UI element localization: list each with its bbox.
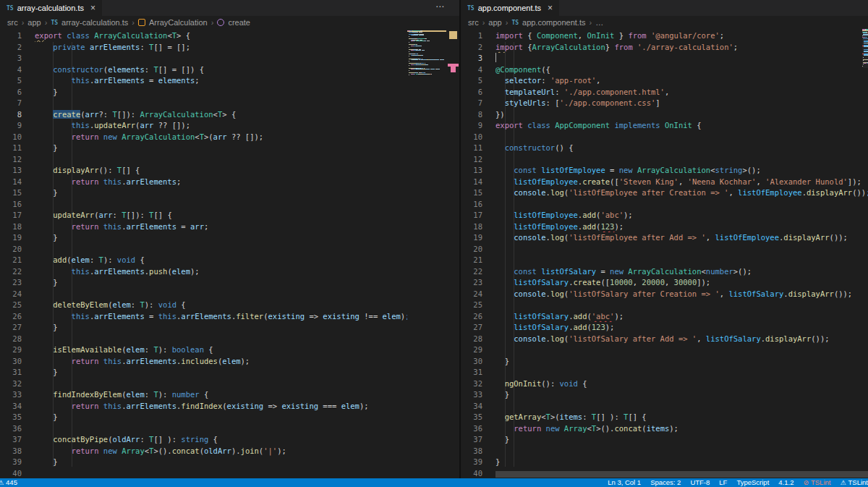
code-line[interactable]: }: [495, 389, 868, 401]
line-number[interactable]: 17: [461, 210, 482, 221]
breadcrumb-item[interactable]: array-calculation.ts: [61, 18, 128, 27]
code-line[interactable]: findIndexByElem(elem: T): number {: [35, 389, 407, 401]
line-number[interactable]: 40: [0, 468, 22, 479]
line-number[interactable]: 12: [0, 154, 22, 166]
line-number[interactable]: 6: [0, 87, 22, 98]
code-line[interactable]: console.log('listOfSalary after Creation…: [495, 289, 868, 300]
breadcrumb-item[interactable]: …: [595, 18, 603, 27]
code-line[interactable]: }: [35, 187, 407, 199]
code-line[interactable]: styleUrls: ['./app.component.css']: [495, 98, 868, 109]
line-number[interactable]: 14: [0, 177, 22, 188]
code-line[interactable]: [35, 334, 407, 345]
code-line[interactable]: [495, 154, 868, 166]
line-number[interactable]: 5: [461, 75, 482, 87]
line-number[interactable]: 13: [0, 165, 22, 177]
tslint-error-status[interactable]: ⊘TSLint: [803, 478, 830, 487]
line-number[interactable]: 31: [461, 367, 482, 378]
line-number[interactable]: 2: [461, 42, 482, 54]
code-line[interactable]: [35, 244, 407, 255]
line-number[interactable]: 38: [461, 446, 482, 457]
code-line[interactable]: this.arrElements.push(elem);: [35, 266, 407, 278]
line-number[interactable]: 19: [461, 232, 482, 244]
line-number[interactable]: 5: [0, 75, 22, 87]
code-line[interactable]: [35, 53, 407, 64]
encoding-status[interactable]: UTF-8: [690, 478, 710, 487]
code-line[interactable]: [35, 98, 407, 109]
code-editor[interactable]: export class ArrayCalculation<T> { priva…: [35, 30, 407, 478]
code-line[interactable]: const listOfSalary = new ArrayCalculatio…: [495, 266, 868, 278]
line-number[interactable]: 27: [461, 322, 482, 334]
line-number[interactable]: 18: [0, 221, 22, 233]
line-number[interactable]: 23: [461, 277, 482, 289]
line-number[interactable]: 8: [461, 109, 482, 121]
line-number[interactable]: 9: [0, 120, 22, 132]
line-number[interactable]: 40: [461, 468, 482, 479]
more-actions-icon[interactable]: ⋯: [435, 1, 445, 12]
code-line[interactable]: templateUrl: './app.component.html',: [495, 87, 868, 98]
code-line[interactable]: return this.arrElements.findIndex(existi…: [35, 401, 407, 412]
tab-array-calculation[interactable]: TS array-calculation.ts ×: [0, 0, 103, 16]
line-number[interactable]: 39: [0, 457, 22, 468]
tab-app-component[interactable]: TS app.component.ts ×: [461, 0, 560, 16]
code-line[interactable]: }: [35, 457, 407, 468]
code-line[interactable]: [495, 244, 868, 255]
line-number[interactable]: 32: [0, 378, 22, 390]
line-number[interactable]: 34: [0, 401, 22, 412]
line-number[interactable]: 7: [0, 98, 22, 109]
tslint-status[interactable]: ⚠TSLint: [840, 478, 868, 487]
line-number[interactable]: 19: [0, 232, 22, 244]
code-line[interactable]: }: [35, 143, 407, 154]
line-number[interactable]: 4: [0, 64, 22, 76]
line-number[interactable]: 16: [461, 199, 482, 211]
line-number[interactable]: 11: [0, 143, 22, 154]
problems-status[interactable]: ⚠445: [1, 478, 17, 487]
code-line[interactable]: this.arrElements = elements;: [35, 75, 407, 87]
code-line[interactable]: }: [35, 322, 407, 334]
code-line[interactable]: [495, 446, 868, 457]
line-number[interactable]: 37: [461, 434, 482, 446]
code-line[interactable]: [495, 255, 868, 266]
line-number[interactable]: 10: [0, 132, 22, 143]
breadcrumb-item[interactable]: app.component.ts: [522, 18, 585, 27]
code-line[interactable]: [495, 401, 868, 412]
line-number[interactable]: 26: [461, 311, 482, 323]
line-number[interactable]: 21: [461, 255, 482, 266]
code-line[interactable]: constructor() {: [495, 143, 868, 154]
code-line[interactable]: import { Component, OnInit } from '@angu…: [495, 30, 868, 42]
code-line[interactable]: [35, 423, 407, 435]
line-number[interactable]: 24: [0, 289, 22, 300]
line-number[interactable]: 37: [0, 434, 22, 446]
breadcrumb-item[interactable]: src: [468, 18, 479, 27]
code-editor[interactable]: import { Component, OnInit } from '@angu…: [495, 30, 868, 478]
language-mode-status[interactable]: TypeScript: [736, 478, 769, 487]
code-line[interactable]: export class ArrayCalculation<T> {: [35, 30, 407, 42]
code-line[interactable]: listOfSalary.add(123);: [495, 322, 868, 334]
code-line[interactable]: }: [35, 367, 407, 378]
line-number[interactable]: 28: [0, 334, 22, 345]
code-line[interactable]: listOfSalary.add('abc');: [495, 311, 868, 323]
code-line[interactable]: selector: 'app-root',: [495, 75, 868, 87]
code-line[interactable]: [35, 378, 407, 390]
line-number[interactable]: 15: [461, 187, 482, 199]
line-number[interactable]: 4: [461, 64, 482, 76]
code-line[interactable]: console.log('listOfEmployee after Add =>…: [495, 232, 868, 244]
code-line[interactable]: return this.arrElements = arr;: [35, 221, 407, 233]
code-line[interactable]: this.arrElements = this.arrElements.filt…: [35, 311, 407, 323]
line-number[interactable]: 9: [461, 120, 482, 132]
code-line[interactable]: [35, 154, 407, 166]
line-number[interactable]: 35: [461, 412, 482, 423]
line-number[interactable]: 14: [461, 177, 482, 188]
line-number[interactable]: 36: [0, 423, 22, 435]
line-number[interactable]: 1: [0, 30, 22, 42]
line-number[interactable]: 29: [461, 344, 482, 356]
line-number[interactable]: 25: [0, 300, 22, 311]
code-line[interactable]: listOfEmployee.add('abc');: [495, 210, 868, 221]
code-line[interactable]: return new Array<T>().concat(oldArr).joi…: [35, 446, 407, 457]
typescript-version-status[interactable]: 4.1.2: [778, 478, 793, 487]
line-number[interactable]: 33: [0, 389, 22, 401]
line-number[interactable]: 35: [0, 412, 22, 423]
line-number[interactable]: 30: [0, 356, 22, 368]
code-line[interactable]: getArray<T>(items: T[] ): T[] {: [495, 412, 868, 423]
line-number[interactable]: 30: [461, 356, 482, 368]
line-number[interactable]: 32: [461, 378, 482, 390]
